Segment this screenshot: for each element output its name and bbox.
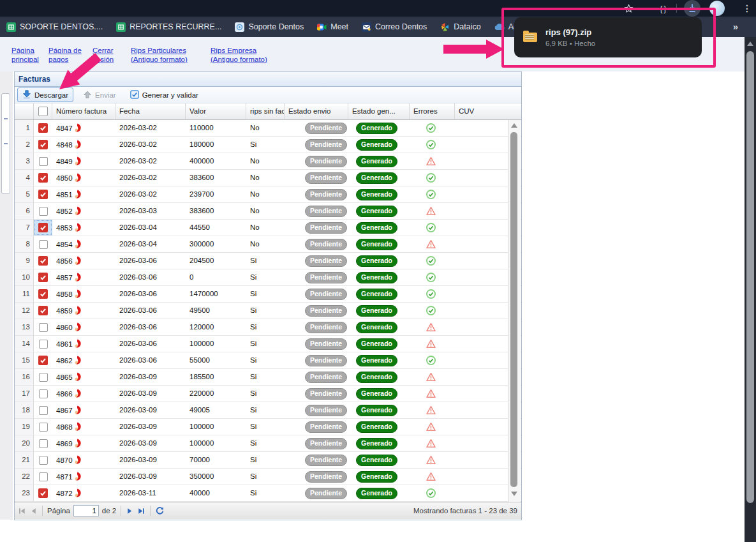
grid-scrollbar[interactable]: [508, 120, 521, 502]
row-checkbox-unchecked[interactable]: [39, 423, 48, 432]
bookmarks-overflow-chevron[interactable]: »: [733, 21, 738, 32]
bookmark-item[interactable]: REPORTES RECURRE...: [116, 22, 221, 32]
row-checkbox-unchecked[interactable]: [39, 389, 48, 398]
descargar-button[interactable]: Descargar: [17, 87, 73, 102]
nav-link[interactable]: Página depagos: [48, 46, 82, 64]
bookmark-item[interactable]: SOPORTE DENTOS....: [6, 22, 103, 32]
table-row[interactable]: 448502026-03-02383600NoPendienteGenerado: [15, 170, 521, 186]
row-checkbox-checked[interactable]: [38, 223, 48, 232]
row-checkbox-unchecked[interactable]: [39, 373, 48, 382]
row-checkbox-unchecked[interactable]: [39, 240, 48, 249]
row-checkbox-unchecked[interactable]: [39, 157, 48, 166]
row-checkbox-unchecked[interactable]: [39, 456, 48, 465]
row-checkbox-checked[interactable]: [38, 123, 48, 133]
row-checkbox-checked[interactable]: [38, 306, 48, 315]
select-all-checkbox[interactable]: [38, 107, 48, 116]
table-row[interactable]: 748532026-03-0444550NoPendienteGenerado: [15, 220, 521, 236]
estado-envio-cell: Pendiente: [285, 303, 348, 319]
page-scrollbar-thumb[interactable]: [746, 51, 754, 503]
table-row[interactable]: 1948682026-03-09100000SiPendienteGenerad…: [15, 419, 521, 435]
table-row[interactable]: 1148582026-03-061470000SiPendienteGenera…: [15, 286, 521, 303]
table-row[interactable]: 2048692026-03-09100000SiPendienteGenerad…: [15, 435, 521, 452]
nav-link[interactable]: Páginaprincipal: [11, 46, 39, 64]
table-row[interactable]: 948562026-03-06204500SiPendienteGenerado: [15, 253, 521, 269]
browser-menu-icon[interactable]: ⋮: [743, 3, 752, 14]
invoice-cell: 4870: [52, 452, 115, 468]
prev-page-button[interactable]: [29, 507, 38, 515]
header-valor[interactable]: Valor: [186, 103, 246, 119]
generar-validar-button[interactable]: Generar y validar: [126, 89, 203, 102]
grid-scrollbar-thumb[interactable]: [510, 132, 517, 487]
table-row[interactable]: 1848672026-03-0949005SiPendienteGenerado: [15, 402, 521, 419]
table-row[interactable]: 1048572026-03-060SiPendienteGenerado: [15, 269, 521, 286]
first-page-button[interactable]: [18, 507, 26, 515]
bookmark-item[interactable]: Correo Dentos: [362, 22, 427, 32]
page-scrollbar[interactable]: [745, 37, 756, 542]
nav-link[interactable]: Rips Empresa(Antiguo formato): [211, 46, 267, 64]
table-row[interactable]: 1748662026-03-09220000SiPendienteGenerad…: [15, 386, 521, 402]
header-estado-envio[interactable]: Estado envio: [285, 103, 348, 119]
table-row[interactable]: 1648652026-03-09185500SiPendienteGenerad…: [15, 369, 521, 386]
row-checkbox-checked[interactable]: [38, 173, 48, 183]
header-estado-gen[interactable]: Estado gen...: [348, 103, 410, 119]
table-row[interactable]: 1248592026-03-0649500SiPendienteGenerado: [15, 303, 521, 319]
table-row[interactable]: 548512026-03-02239700NoPendienteGenerado: [15, 186, 521, 203]
row-checkbox-unchecked[interactable]: [39, 323, 48, 332]
bookmark-star-icon[interactable]: [623, 3, 634, 14]
table-row[interactable]: 2248712026-03-09350000SiPendienteGenerad…: [15, 469, 521, 485]
refresh-button[interactable]: [155, 506, 165, 516]
page-number-input[interactable]: [73, 505, 99, 516]
table-row[interactable]: 348492026-03-02400000NoPendienteGenerado: [15, 153, 521, 170]
extension-braces-icon[interactable]: { }: [656, 3, 670, 14]
mini-scroll-panel[interactable]: [1, 93, 10, 194]
row-checkbox-checked[interactable]: [38, 273, 48, 282]
table-row[interactable]: 248482026-03-02180000SiPendienteGenerado: [15, 137, 521, 153]
profile-avatar[interactable]: [709, 1, 725, 16]
table-row[interactable]: 148472026-03-02110000NoPendienteGenerado: [15, 120, 521, 137]
row-checkbox-unchecked[interactable]: [39, 472, 48, 481]
row-checkbox-checked[interactable]: [38, 488, 48, 498]
header-rips-sin-fact[interactable]: rips sin fact...: [246, 103, 285, 119]
row-checkbox-cell: [34, 336, 52, 352]
invoice-cell: 4861: [52, 336, 115, 352]
row-checkbox-checked[interactable]: [38, 140, 48, 149]
estado-gen-badge: Generado: [356, 355, 397, 366]
row-checkbox-unchecked[interactable]: [39, 439, 48, 448]
nav-link[interactable]: Cerrarsesión: [93, 46, 114, 64]
scrollbar-up-arrow-icon[interactable]: [747, 41, 753, 46]
header-numero-factura[interactable]: Número factura: [52, 103, 115, 119]
row-checkbox-unchecked[interactable]: [39, 340, 48, 349]
download-arrow-icon: [22, 89, 31, 100]
enviar-button[interactable]: Enviar: [78, 88, 121, 102]
table-row[interactable]: 1448612026-03-06100000SiPendienteGenerad…: [15, 336, 521, 352]
invoice-value: 1470000: [186, 286, 246, 302]
row-checkbox-checked[interactable]: [38, 356, 48, 365]
header-cuv[interactable]: CUV: [455, 103, 507, 119]
header-errores[interactable]: Errores: [410, 103, 455, 119]
next-page-button[interactable]: [126, 507, 134, 515]
row-checkbox-checked[interactable]: [38, 256, 48, 266]
downloads-icon[interactable]: [684, 0, 700, 17]
row-checkbox-unchecked[interactable]: [39, 207, 48, 216]
row-checkbox-checked[interactable]: [38, 289, 48, 299]
last-page-button[interactable]: [137, 507, 145, 515]
header-fecha[interactable]: Fecha: [115, 103, 186, 119]
table-row[interactable]: 1348602026-03-06120000SiPendienteGenerad…: [15, 319, 521, 336]
row-checkbox-checked[interactable]: [38, 190, 48, 199]
bookmark-item[interactable]: Meet: [317, 22, 348, 32]
table-row[interactable]: 848542026-03-04300000NoPendienteGenerado: [15, 236, 521, 253]
table-row[interactable]: 2148702026-03-0970000SiPendienteGenerado: [15, 452, 521, 469]
nav-link[interactable]: Rips Particulares(Antiguo formato): [131, 46, 188, 64]
bookmark-item[interactable]: Dataico: [440, 22, 480, 32]
bookmark-item[interactable]: Soporte Dentos: [235, 22, 304, 32]
paging-separator: [42, 506, 43, 516]
table-row[interactable]: 648522026-03-03383600NoPendienteGenerado: [15, 203, 521, 220]
grid-scroll-down-icon[interactable]: [511, 492, 517, 496]
warning-triangle-icon: [426, 375, 436, 383]
row-checkbox-unchecked[interactable]: [39, 406, 48, 415]
download-popup[interactable]: rips (97).zip 6,9 KB • Hecho: [514, 17, 702, 57]
grid-scroll-up-icon[interactable]: [511, 123, 517, 128]
table-row[interactable]: 2348722026-03-1140000SiPendienteGenerado: [15, 485, 521, 502]
invoice-value: 49500: [186, 303, 246, 319]
table-row[interactable]: 1548622026-03-0655000SiPendienteGenerado: [15, 352, 521, 369]
